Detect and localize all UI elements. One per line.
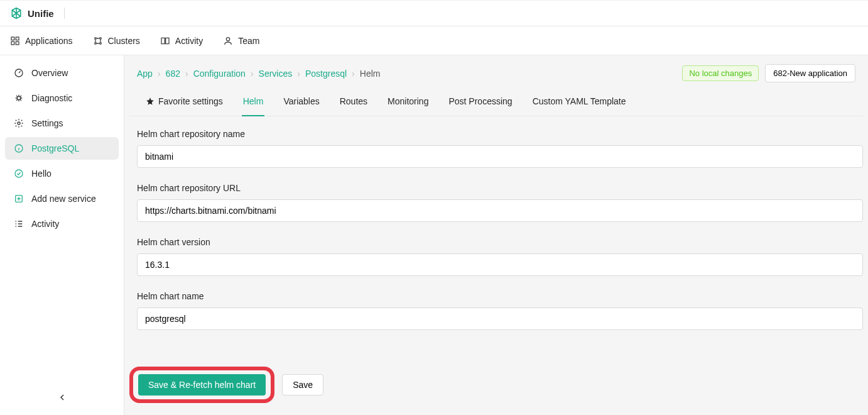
- breadcrumb-service[interactable]: Postgresql: [305, 69, 347, 79]
- label-repo-url: Helm chart repository URL: [137, 183, 863, 193]
- content-header: App › 682 › Configuration › Services › P…: [124, 55, 868, 82]
- header-right: No local changes 682-New application: [682, 64, 855, 82]
- tab-routes[interactable]: Routes: [339, 96, 369, 116]
- sidebar-label: Overview: [31, 68, 68, 78]
- tab-variables[interactable]: Variables: [282, 96, 320, 116]
- actions-bar: Save & Re-fetch helm chart Save: [124, 358, 868, 412]
- tabs: Favorite settings Helm Variables Routes …: [129, 82, 863, 116]
- book-icon: [160, 36, 170, 46]
- top-bar: Unifie: [0, 0, 868, 26]
- list-icon: [14, 219, 24, 229]
- main-area: Overview Diagnostic Settings PostgreSQL …: [0, 55, 868, 415]
- sidebar-item-postgresql[interactable]: PostgreSQL: [5, 137, 119, 160]
- brand-name: Unifie: [28, 8, 54, 19]
- brand-logo[interactable]: Unifie: [10, 7, 54, 19]
- plus-square-icon: [14, 194, 24, 204]
- chevron-right-icon: ›: [158, 69, 161, 79]
- sidebar-label: Diagnostic: [31, 93, 72, 103]
- svg-rect-0: [11, 37, 14, 40]
- breadcrumb-services[interactable]: Services: [259, 69, 293, 79]
- tab-label: Favorite settings: [158, 96, 223, 106]
- bug-icon: [14, 93, 24, 103]
- save-refetch-button[interactable]: Save & Re-fetch helm chart: [138, 374, 266, 396]
- svg-point-8: [227, 37, 230, 40]
- sidebar-item-diagnostic[interactable]: Diagnostic: [5, 87, 119, 109]
- svg-point-7: [99, 42, 101, 44]
- input-chart-name[interactable]: [137, 307, 863, 330]
- highlight-annotation: Save & Re-fetch helm chart: [129, 367, 274, 403]
- breadcrumb-configuration[interactable]: Configuration: [193, 69, 246, 79]
- nav-clusters[interactable]: Clusters: [93, 36, 140, 46]
- sidebar-label: PostgreSQL: [31, 143, 79, 153]
- sidebar-label: Activity: [31, 219, 59, 229]
- nav-bar: Applications Clusters Activity Team: [0, 26, 868, 55]
- tab-label: Custom YAML Template: [533, 96, 626, 106]
- field-repo-url: Helm chart repository URL: [137, 183, 863, 222]
- tab-label: Helm: [243, 96, 264, 106]
- status-badge: No local changes: [682, 65, 759, 81]
- dashboard-icon: [14, 68, 24, 78]
- sidebar: Overview Diagnostic Settings PostgreSQL …: [0, 55, 124, 415]
- label-chart-name: Helm chart name: [137, 291, 863, 301]
- nav-label: Applications: [25, 36, 73, 46]
- sidebar-label: Add new service: [31, 194, 96, 204]
- app-select-button[interactable]: 682-New application: [765, 64, 855, 82]
- field-version: Helm chart version: [137, 237, 863, 276]
- nav-label: Activity: [175, 36, 203, 46]
- label-repo-name: Helm chart repository name: [137, 129, 863, 139]
- input-repo-url[interactable]: [137, 199, 863, 222]
- field-chart-name: Helm chart name: [137, 291, 863, 330]
- unifie-logo-icon: [10, 7, 23, 19]
- star-icon: [146, 97, 155, 106]
- nav-applications[interactable]: Applications: [10, 36, 73, 46]
- tab-post-processing[interactable]: Post Processing: [447, 96, 513, 116]
- svg-point-11: [18, 122, 20, 124]
- chevron-right-icon: ›: [251, 69, 254, 79]
- field-repo-name: Helm chart repository name: [137, 129, 863, 168]
- cluster-icon: [93, 36, 103, 46]
- chevron-right-icon: ›: [185, 69, 188, 79]
- svg-point-4: [94, 37, 96, 39]
- nav-activity[interactable]: Activity: [160, 36, 203, 46]
- tab-custom-yaml[interactable]: Custom YAML Template: [531, 96, 627, 116]
- svg-point-6: [94, 42, 96, 44]
- svg-point-10: [17, 96, 20, 99]
- grid-icon: [10, 36, 20, 46]
- info-icon: [14, 143, 24, 153]
- nav-label: Clusters: [108, 36, 140, 46]
- person-icon: [223, 36, 233, 46]
- svg-rect-3: [16, 42, 19, 45]
- sidebar-item-activity[interactable]: Activity: [5, 213, 119, 235]
- sidebar-item-add-service[interactable]: Add new service: [5, 187, 119, 210]
- save-button[interactable]: Save: [282, 374, 323, 396]
- sidebar-item-settings[interactable]: Settings: [5, 112, 119, 135]
- svg-point-5: [99, 37, 101, 39]
- breadcrumb-app[interactable]: App: [137, 69, 153, 79]
- tab-label: Routes: [340, 96, 367, 106]
- breadcrumb: App › 682 › Configuration › Services › P…: [137, 69, 380, 79]
- breadcrumb-id[interactable]: 682: [166, 69, 180, 79]
- nav-label: Team: [238, 36, 259, 46]
- tab-helm[interactable]: Helm: [242, 96, 265, 116]
- sidebar-item-hello[interactable]: Hello: [5, 162, 119, 185]
- chevron-right-icon: ›: [352, 69, 355, 79]
- check-circle-icon: [14, 169, 24, 179]
- divider: [64, 8, 65, 19]
- label-version: Helm chart version: [137, 237, 863, 247]
- tab-label: Monitoring: [388, 96, 428, 106]
- gear-icon: [14, 118, 24, 128]
- tab-monitoring[interactable]: Monitoring: [386, 96, 430, 116]
- breadcrumb-current: Helm: [360, 69, 381, 79]
- input-repo-name[interactable]: [137, 145, 863, 168]
- chevron-right-icon: ›: [297, 69, 300, 79]
- sidebar-item-overview[interactable]: Overview: [5, 62, 119, 84]
- tab-label: Variables: [283, 96, 319, 106]
- input-version[interactable]: [137, 253, 863, 276]
- nav-team[interactable]: Team: [223, 36, 259, 46]
- svg-rect-1: [16, 37, 19, 40]
- tab-label: Post Processing: [448, 96, 512, 106]
- tab-favorite-settings[interactable]: Favorite settings: [144, 96, 224, 116]
- sidebar-collapse-button[interactable]: [3, 385, 121, 410]
- content-area: App › 682 › Configuration › Services › P…: [124, 55, 868, 415]
- svg-rect-2: [11, 42, 14, 45]
